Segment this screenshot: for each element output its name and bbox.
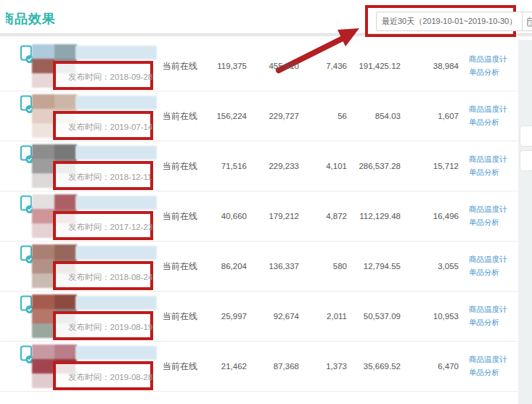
product-row: 发布时间：2019-08-19 当前在线 25,997 92,674 2,011… <box>0 292 532 342</box>
publish-date-annotation-box: 发布时间：2018-12-11 <box>53 161 153 190</box>
publish-date: 发布时间：2018-08-24 <box>68 272 152 283</box>
product-row: 发布时间：2018-08-24 当前在线 86,204 136,337 580 … <box>0 242 532 292</box>
row-actions: 商品温度计 单品分析 <box>469 292 507 341</box>
product-row: 发布时间：2018-12-11 当前在线 71,516 229,233 4,10… <box>0 141 532 191</box>
blurred-product-title <box>75 146 157 160</box>
floating-widget[interactable] <box>520 125 532 147</box>
product-thermometer-link[interactable]: 商品温度计 <box>469 305 507 315</box>
floating-widget[interactable] <box>520 150 532 171</box>
metric-4: 854.03 <box>335 91 401 141</box>
publish-date: 发布时间：2019-08-19 <box>68 322 152 333</box>
row-actions: 商品温度计 单品分析 <box>469 191 507 241</box>
metric-4: 286,537.28 <box>335 141 401 191</box>
metric-5: 3,055 <box>393 242 459 291</box>
blurred-product-title <box>75 346 157 360</box>
product-thermometer-link[interactable]: 商品温度计 <box>469 104 507 115</box>
single-product-analysis-link[interactable]: 单品分析 <box>469 268 507 278</box>
publish-date-annotation-box: 发布时间：2019-08-19 <box>53 311 153 340</box>
date-range-picker[interactable]: 最近30天（2019-10-01~2019-10-30） <box>376 12 532 31</box>
product-thermometer-link[interactable]: 商品温度计 <box>469 355 507 365</box>
metric-5: 6,470 <box>393 342 459 391</box>
blurred-product-title <box>75 46 157 59</box>
page-title-wrap: 商品效果 <box>6 10 56 29</box>
product-thermometer-link[interactable]: 商品温度计 <box>469 54 507 65</box>
page-title: 商品效果 <box>6 10 56 28</box>
row-actions: 商品温度计 单品分析 <box>469 91 507 141</box>
blurred-product-title <box>75 296 157 310</box>
publish-date-annotation-box: 发布时间：2018-09-28 <box>53 61 153 90</box>
publish-date-annotation-box: 发布时间：2018-08-24 <box>53 261 153 290</box>
single-product-analysis-link[interactable]: 单品分析 <box>469 318 507 328</box>
metric-5: 10,953 <box>393 292 459 341</box>
product-table: 发布时间：2018-09-28 当前在线 119,375 455,910 7,4… <box>0 41 532 392</box>
product-row: 发布时间：2019-07-14 当前在线 156,224 229,727 56 … <box>0 91 532 141</box>
product-effect-page: 商品效果 最近30天（2019-10-01~2019-10-30） <box>0 0 532 404</box>
metric-5: 38,984 <box>393 41 459 91</box>
metric-4: 12,794.55 <box>335 242 401 291</box>
metric-5: 15,712 <box>393 141 459 191</box>
page-right-gutter <box>518 40 532 404</box>
blurred-product-title <box>75 96 157 110</box>
row-actions: 商品温度计 单品分析 <box>469 41 507 91</box>
blurred-product-title <box>75 246 157 260</box>
row-actions: 商品温度计 单品分析 <box>469 141 507 191</box>
single-product-analysis-link[interactable]: 单品分析 <box>469 118 507 128</box>
single-product-analysis-link[interactable]: 单品分析 <box>469 168 507 178</box>
metric-4: 50,537.09 <box>335 292 401 341</box>
metric-5: 1,607 <box>393 91 459 141</box>
publish-date: 发布时间：2018-09-28 <box>68 72 152 83</box>
metric-4: 35,669.52 <box>335 342 401 391</box>
publish-date: 发布时间：2019-07-14 <box>68 122 152 133</box>
publish-date: 发布时间：2019-08-28 <box>68 372 152 383</box>
metric-4: 112,129.48 <box>335 191 401 241</box>
product-thermometer-link[interactable]: 商品温度计 <box>469 205 507 215</box>
row-actions: 商品温度计 单品分析 <box>469 342 507 391</box>
product-thermometer-link[interactable]: 商品温度计 <box>469 154 507 165</box>
calendar-icon[interactable] <box>522 12 532 30</box>
publish-date: 发布时间：2017-12-23 <box>68 222 152 233</box>
publish-date-annotation-box: 发布时间：2019-08-28 <box>53 361 153 390</box>
blurred-product-title <box>75 196 157 210</box>
publish-date-annotation-box: 发布时间：2019-07-14 <box>53 111 153 140</box>
single-product-analysis-link[interactable]: 单品分析 <box>469 218 507 228</box>
product-row: 发布时间：2019-08-28 当前在线 21,462 87,368 1,373… <box>0 342 532 392</box>
metric-5: 16,496 <box>393 191 459 241</box>
publish-date-annotation-box: 发布时间：2017-12-23 <box>53 211 153 240</box>
publish-date: 发布时间：2018-12-11 <box>68 172 152 183</box>
product-thermometer-link[interactable]: 商品温度计 <box>469 255 507 265</box>
single-product-analysis-link[interactable]: 单品分析 <box>469 368 507 378</box>
single-product-analysis-link[interactable]: 单品分析 <box>469 67 507 78</box>
row-actions: 商品温度计 单品分析 <box>469 242 507 291</box>
product-row: 发布时间：2018-09-28 当前在线 119,375 455,910 7,4… <box>0 41 532 91</box>
date-range-label: 最近30天（2019-10-01~2019-10-30） <box>377 12 522 30</box>
metric-4: 191,425.12 <box>335 41 401 91</box>
product-row: 发布时间：2017-12-23 当前在线 40,660 179,212 4,87… <box>0 191 532 242</box>
